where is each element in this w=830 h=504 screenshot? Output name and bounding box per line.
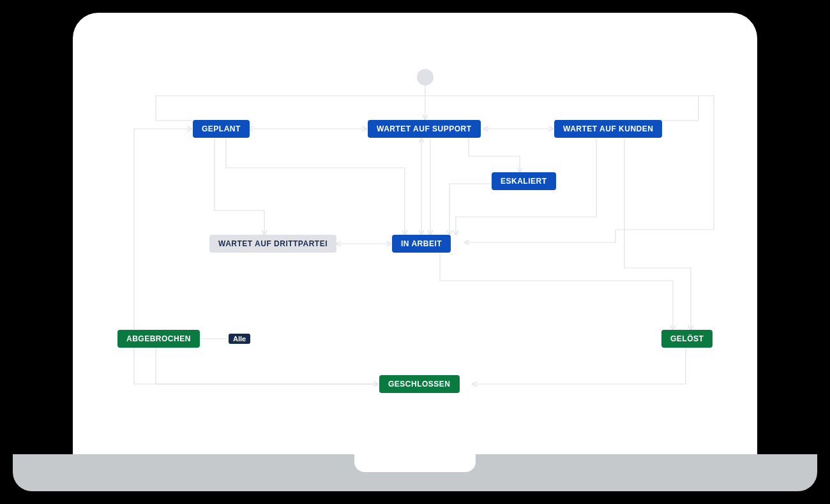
node-label: WARTET AUF DRITTPARTEI bbox=[218, 239, 328, 248]
node-label: GEPLANT bbox=[202, 124, 241, 133]
node-wartet-drittpartei[interactable]: WARTET AUF DRITTPARTEI bbox=[209, 235, 336, 253]
start-node bbox=[417, 69, 434, 85]
laptop-base bbox=[13, 454, 817, 491]
laptop-screen: GEPLANT WARTET AUF SUPPORT WARTET AUF KU… bbox=[73, 13, 757, 459]
node-label: GELÖST bbox=[670, 334, 704, 343]
node-label: ABGEBROCHEN bbox=[126, 334, 191, 343]
laptop-notch bbox=[354, 454, 476, 472]
chip-label: Alle bbox=[233, 335, 246, 343]
node-abgebrochen[interactable]: ABGEBROCHEN bbox=[117, 330, 200, 348]
node-label: ESKALIERT bbox=[501, 177, 547, 186]
node-wartet-kunden[interactable]: WARTET AUF KUNDEN bbox=[554, 120, 662, 138]
node-in-arbeit[interactable]: IN ARBEIT bbox=[392, 235, 451, 253]
node-label: WARTET AUF SUPPORT bbox=[377, 124, 472, 133]
node-label: IN ARBEIT bbox=[401, 239, 442, 248]
chip-alle[interactable]: Alle bbox=[229, 334, 250, 344]
node-geplant[interactable]: GEPLANT bbox=[193, 120, 250, 138]
node-geloest[interactable]: GELÖST bbox=[661, 330, 713, 348]
node-label: GESCHLOSSEN bbox=[388, 380, 451, 389]
node-eskaliert[interactable]: ESKALIERT bbox=[492, 172, 556, 190]
node-wartet-support[interactable]: WARTET AUF SUPPORT bbox=[368, 120, 481, 138]
node-label: WARTET AUF KUNDEN bbox=[563, 124, 653, 133]
workflow-canvas: GEPLANT WARTET AUF SUPPORT WARTET AUF KU… bbox=[73, 13, 757, 459]
node-geschlossen[interactable]: GESCHLOSSEN bbox=[379, 375, 460, 393]
